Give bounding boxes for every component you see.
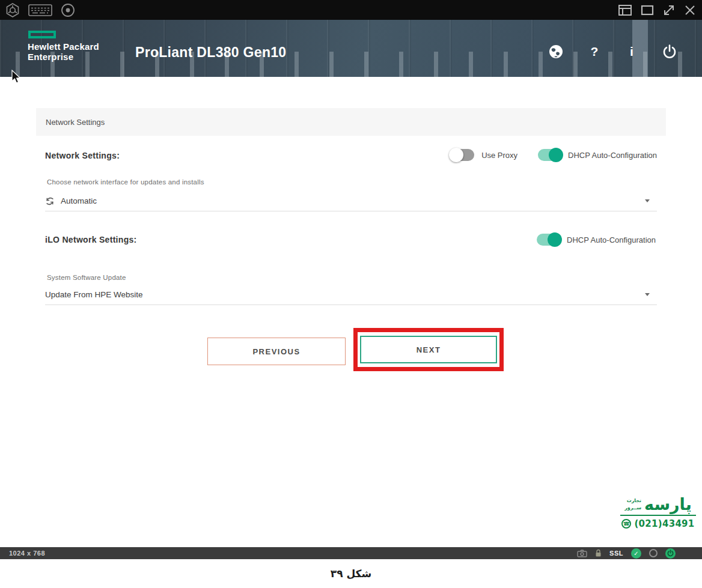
- hpe-brand-line2: Enterprise: [28, 52, 99, 62]
- close-icon[interactable]: [684, 4, 696, 16]
- hpe-brand-line1: Hewlett Packard: [28, 42, 99, 52]
- network-interface-value: Automatic: [61, 196, 97, 205]
- titlebar-window-controls: [618, 4, 702, 17]
- chevron-down-icon: [645, 199, 650, 202]
- hpe-brand-text: Hewlett Packard Enterprise: [28, 42, 99, 62]
- maximize-icon[interactable]: [641, 5, 654, 16]
- ilo-dhcp-auto-config-toggle[interactable]: [537, 234, 560, 246]
- lock-icon: [595, 549, 602, 557]
- ilo-dhcp-auto-config-label: DHCP Auto-Configuration: [567, 235, 656, 244]
- network-settings-toggles: Use Proxy DHCP Auto-Configuration: [451, 149, 657, 161]
- software-update-value: Update From HPE Website: [45, 290, 143, 299]
- network-interface-dropdown[interactable]: Automatic: [45, 191, 657, 211]
- watermark-divider: [620, 515, 696, 516]
- chevron-down-icon: [645, 293, 650, 296]
- status-idle-icon: [649, 549, 658, 557]
- ssl-label: SSL: [609, 550, 623, 557]
- health-ok-icon: ✓: [631, 548, 641, 559]
- toggle-knob: [548, 232, 562, 247]
- mouse-cursor: [11, 70, 21, 86]
- watermark-phone-number: (021)43491: [634, 518, 694, 529]
- software-update-field-label: System Software Update: [47, 274, 126, 281]
- power-status-icon[interactable]: [665, 548, 676, 559]
- resize-icon[interactable]: [662, 4, 676, 17]
- power-icon[interactable]: [662, 44, 677, 59]
- parseh-tagline-line2: ســرور: [624, 505, 641, 512]
- parseh-tagline: تجارت ســرور: [624, 497, 641, 512]
- page-title: ProLiant DL380 Gen10: [135, 44, 286, 61]
- toggle-knob: [549, 148, 563, 162]
- red-highlight-annotation: NEXT: [353, 328, 504, 371]
- help-icon[interactable]: ?: [588, 44, 601, 59]
- breadcrumb: Network Settings: [36, 108, 666, 136]
- ilo-settings-toggles: DHCP Auto-Configuration: [537, 234, 656, 246]
- parseh-logo-text: پارسه: [644, 496, 692, 512]
- remote-console-window: Hewlett Packard Enterprise ProLiant DL38…: [0, 0, 702, 559]
- hpe-header: Hewlett Packard Enterprise ProLiant DL38…: [0, 20, 702, 77]
- previous-button[interactable]: PREVIOUS: [207, 338, 346, 365]
- next-button[interactable]: NEXT: [360, 336, 497, 363]
- resolution-label: 1024 x 768: [9, 550, 45, 557]
- network-settings-label: Network Settings:: [45, 151, 120, 160]
- parseh-tagline-line1: تجارت: [624, 497, 641, 505]
- dhcp-auto-config-label: DHCP Auto-Configuration: [568, 151, 657, 160]
- globe-icon[interactable]: [548, 44, 564, 59]
- software-update-dropdown[interactable]: Update From HPE Website: [45, 285, 657, 305]
- ilo-network-settings-label: iLO Network Settings:: [45, 235, 137, 244]
- toggle-knob: [449, 148, 463, 162]
- record-icon[interactable]: [60, 2, 76, 18]
- use-proxy-toggle[interactable]: [451, 149, 474, 161]
- hpe-logo-icon: [28, 31, 56, 38]
- virtual-keyboard-icon[interactable]: [28, 2, 53, 18]
- panel-icon[interactable]: [618, 4, 632, 16]
- breadcrumb-label: Network Settings: [46, 118, 105, 127]
- header-action-icons: ? i: [548, 44, 677, 59]
- use-proxy-label: Use Proxy: [481, 151, 517, 160]
- interface-field-label: Choose network interface for updates and…: [47, 178, 204, 186]
- info-icon[interactable]: i: [625, 44, 638, 59]
- phone-icon: ☎: [621, 519, 631, 529]
- figure-caption: شکل ۳۹: [331, 568, 371, 580]
- console-titlebar: [0, 0, 702, 20]
- console-hexagon-icon[interactable]: [5, 2, 20, 18]
- screenshot-camera-icon[interactable]: [577, 550, 587, 557]
- titlebar-left-icons: [0, 2, 76, 18]
- sync-auto-icon: [45, 196, 55, 206]
- dhcp-auto-config-toggle[interactable]: [538, 149, 561, 161]
- statusbar-right-icons: SSL ✓: [577, 548, 676, 559]
- figure-caption-area: شکل ۳۹: [0, 559, 702, 588]
- parseh-watermark: پارسه تجارت ســرور ☎ (021)43491: [619, 496, 697, 529]
- console-statusbar: 1024 x 768 SSL ✓: [0, 547, 702, 559]
